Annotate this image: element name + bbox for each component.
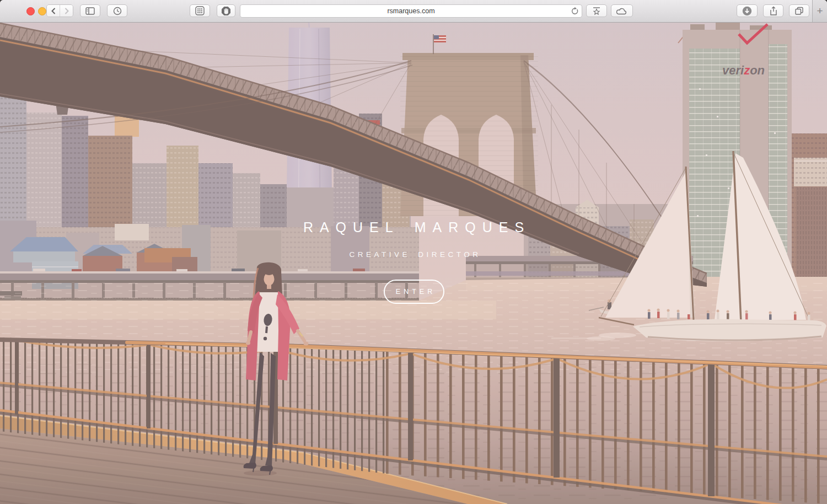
new-tab-label: + xyxy=(817,5,823,17)
clock-icon xyxy=(113,7,122,15)
grid-icon xyxy=(195,6,205,15)
forward-chevron-icon xyxy=(64,7,69,15)
favorites-button[interactable] xyxy=(586,4,607,17)
hero-background-photo: verizon xyxy=(0,22,827,504)
top-sites-button[interactable] xyxy=(190,4,210,17)
download-icon xyxy=(742,6,752,16)
browser-toolbar: rsmarques.com xyxy=(0,0,827,23)
close-window-button[interactable] xyxy=(26,7,35,15)
tabs-icon xyxy=(794,6,804,15)
cloud-icon xyxy=(616,7,627,15)
downloads-button[interactable] xyxy=(737,4,758,17)
favorites-star-icon xyxy=(592,7,601,15)
icloud-tabs-button[interactable] xyxy=(611,4,633,17)
forward-button[interactable] xyxy=(60,5,73,17)
sidebar-button[interactable] xyxy=(80,4,100,17)
enter-button-label: ENTER xyxy=(396,288,436,296)
reload-button[interactable] xyxy=(571,7,579,18)
stop-hand-icon xyxy=(221,6,231,16)
nav-buttons xyxy=(46,4,73,17)
new-tab-button[interactable]: + xyxy=(812,0,827,22)
reload-icon xyxy=(571,7,579,15)
address-bar[interactable]: rsmarques.com xyxy=(240,4,582,18)
sidebar-icon xyxy=(85,7,95,15)
share-button[interactable] xyxy=(763,4,783,17)
back-chevron-icon xyxy=(51,7,56,15)
enter-button[interactable]: ENTER xyxy=(384,280,444,304)
tab-overview-button[interactable] xyxy=(789,4,809,17)
minimize-window-button[interactable] xyxy=(38,7,46,15)
browser-window: rsmarques.com xyxy=(0,0,827,504)
back-button[interactable] xyxy=(47,5,60,17)
photo-light-veil xyxy=(0,22,827,504)
content-blocker-button[interactable] xyxy=(217,4,235,17)
share-icon xyxy=(769,6,778,16)
history-button[interactable] xyxy=(107,4,127,17)
url-text: rsmarques.com xyxy=(387,7,434,15)
